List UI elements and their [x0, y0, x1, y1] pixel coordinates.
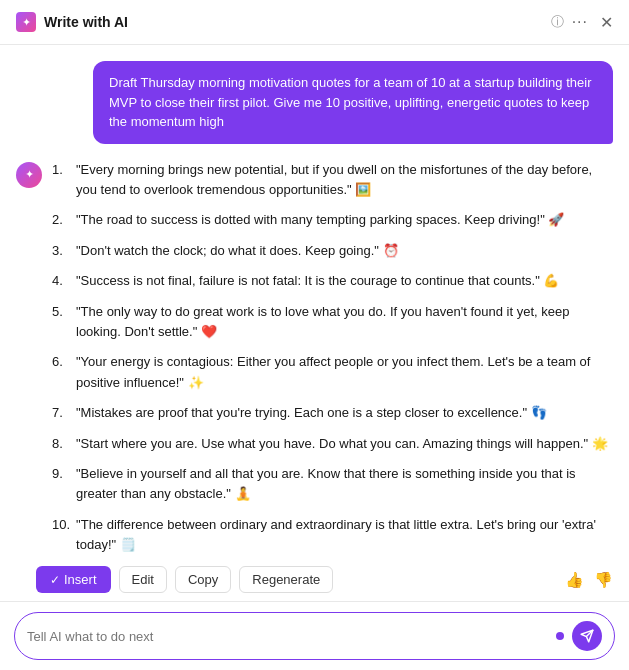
info-icon[interactable]: ⓘ: [551, 13, 564, 31]
header-title: Write with AI: [44, 14, 543, 30]
quote-text: "Believe in yourself and all that you ar…: [76, 464, 613, 504]
quote-number: 1.: [52, 160, 70, 200]
user-message: Draft Thursday morning motivation quotes…: [93, 61, 613, 144]
input-box: [14, 612, 615, 660]
list-item: 8."Start where you are. Use what you hav…: [52, 434, 613, 455]
quote-number: 8.: [52, 434, 70, 455]
quote-text: "Every morning brings new potential, but…: [76, 160, 613, 200]
list-item: 10."The difference between ordinary and …: [52, 515, 613, 555]
quote-number: 10.: [52, 515, 70, 555]
ai-content: 1."Every morning brings new potential, b…: [52, 160, 613, 559]
ai-input[interactable]: [27, 629, 548, 644]
list-item: 6."Your energy is contagious: Either you…: [52, 352, 613, 392]
list-item: 5."The only way to do great work is to l…: [52, 302, 613, 342]
send-button[interactable]: [572, 621, 602, 651]
list-item: 3."Don't watch the clock; do what it doe…: [52, 241, 613, 262]
list-item: 1."Every morning brings new potential, b…: [52, 160, 613, 200]
list-item: 7."Mistakes are proof that you're trying…: [52, 403, 613, 424]
quote-number: 7.: [52, 403, 70, 424]
quote-text: "The only way to do great work is to lov…: [76, 302, 613, 342]
quote-number: 2.: [52, 210, 70, 231]
quote-number: 9.: [52, 464, 70, 504]
app-header: ✦ Write with AI ⓘ ··· ✕: [0, 0, 629, 45]
ai-icon: ✦: [16, 12, 36, 32]
edit-button[interactable]: Edit: [119, 566, 167, 593]
regenerate-button[interactable]: Regenerate: [239, 566, 333, 593]
edit-label: Edit: [132, 572, 154, 587]
insert-button[interactable]: ✓ Insert: [36, 566, 111, 593]
thumbs-down-icon[interactable]: 👎: [594, 571, 613, 589]
quote-text: "Your energy is contagious: Either you a…: [76, 352, 613, 392]
check-icon: ✓: [50, 573, 60, 587]
quote-number: 6.: [52, 352, 70, 392]
insert-label: Insert: [64, 572, 97, 587]
action-bar: ✓ Insert Edit Copy Regenerate 👍 👎: [0, 558, 629, 601]
input-area: [0, 601, 629, 670]
quote-text: "Success is not final, failure is not fa…: [76, 271, 559, 292]
header-actions: ··· ✕: [572, 13, 613, 32]
copy-label: Copy: [188, 572, 218, 587]
quote-text: "Mistakes are proof that you're trying. …: [76, 403, 547, 424]
list-item: 2."The road to success is dotted with ma…: [52, 210, 613, 231]
send-icon: [580, 629, 594, 643]
quote-number: 4.: [52, 271, 70, 292]
user-message-text: Draft Thursday morning motivation quotes…: [109, 75, 591, 129]
quote-text: "Start where you are. Use what you have.…: [76, 434, 608, 455]
regenerate-label: Regenerate: [252, 572, 320, 587]
quote-text: "The difference between ordinary and ext…: [76, 515, 613, 555]
quote-text: "The road to success is dotted with many…: [76, 210, 564, 231]
quote-number: 5.: [52, 302, 70, 342]
input-dot-icon: [556, 632, 564, 640]
ai-avatar: ✦: [16, 162, 42, 188]
quote-number: 3.: [52, 241, 70, 262]
feedback-icons: 👍 👎: [565, 571, 613, 589]
quotes-list: 1."Every morning brings new potential, b…: [52, 160, 613, 555]
copy-button[interactable]: Copy: [175, 566, 231, 593]
thumbs-up-icon[interactable]: 👍: [565, 571, 584, 589]
ai-response: ✦ 1."Every morning brings new potential,…: [16, 160, 613, 559]
content-area: Draft Thursday morning motivation quotes…: [0, 45, 629, 558]
list-item: 9."Believe in yourself and all that you …: [52, 464, 613, 504]
close-icon[interactable]: ✕: [600, 13, 613, 32]
list-item: 4."Success is not final, failure is not …: [52, 271, 613, 292]
more-options-icon[interactable]: ···: [572, 13, 588, 31]
quote-text: "Don't watch the clock; do what it does.…: [76, 241, 399, 262]
